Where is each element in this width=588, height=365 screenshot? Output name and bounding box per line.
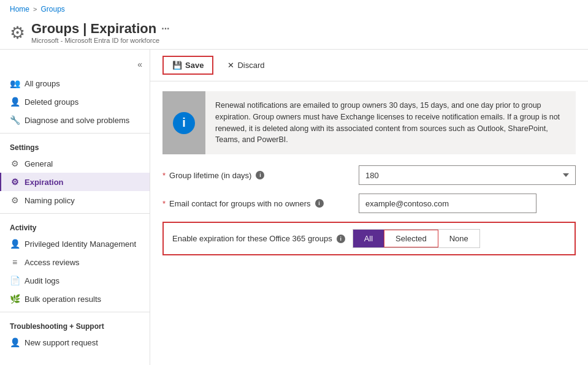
info-banner-text: Renewal notifications are emailed to gro… — [205, 91, 576, 154]
sidebar-item-label: Expiration — [25, 178, 64, 187]
bulk-operations-icon: 🌿 — [10, 294, 20, 304]
breadcrumb-groups[interactable]: Groups — [40, 5, 64, 13]
sidebar-item-label: All groups — [25, 79, 60, 88]
email-row: * Email contact for groups with no owner… — [162, 194, 576, 213]
header-text: Groups | Expiration ··· Microsoft - Micr… — [31, 21, 170, 44]
sidebar-item-diagnose[interactable]: 🔧 Diagnose and solve problems — [0, 111, 150, 129]
page-title: Groups | Expiration ··· — [31, 21, 170, 37]
breadcrumb-home[interactable]: Home — [10, 5, 29, 13]
sidebar-item-audit-logs[interactable]: 📄 Audit logs — [0, 271, 150, 290]
discard-x-icon: ✕ — [227, 61, 234, 70]
expiration-toggle-group: All Selected None — [353, 229, 480, 248]
lifetime-label: * Group lifetime (in days) i — [162, 171, 359, 180]
sidebar-divider-3 — [0, 312, 150, 312]
toolbar: 💾 Save ✕ Discard — [150, 50, 588, 81]
save-disk-icon: 💾 — [172, 61, 182, 70]
naming-policy-icon: ⚙ — [10, 195, 20, 205]
page-subtitle: Microsoft - Microsoft Entra ID for workf… — [31, 37, 170, 44]
toggle-all-button[interactable]: All — [353, 230, 384, 247]
lifetime-info-button[interactable]: i — [256, 171, 264, 179]
email-info-button[interactable]: i — [315, 199, 324, 208]
toggle-selected-button[interactable]: Selected — [384, 230, 438, 247]
sidebar-item-new-support[interactable]: 👤 New support request — [0, 333, 150, 352]
lifetime-dropdown[interactable]: 180 365 Custom — [359, 165, 576, 185]
all-groups-icon: 👥 — [10, 78, 20, 88]
privileged-identity-icon: 👤 — [10, 239, 20, 249]
sidebar-collapse-button[interactable]: « — [135, 57, 145, 72]
new-support-icon: 👤 — [10, 337, 20, 347]
general-icon: ⚙ — [10, 159, 20, 168]
info-icon-column: i — [162, 91, 205, 154]
save-button[interactable]: 💾 Save — [162, 56, 213, 75]
discard-button[interactable]: ✕ Discard — [218, 56, 273, 74]
expiration-label: Enable expiration for these Office 365 g… — [172, 234, 345, 243]
sidebar-item-access-reviews[interactable]: ≡ Access reviews — [0, 253, 150, 271]
sidebar-item-label: Privileged Identity Management — [25, 239, 136, 249]
email-label: * Email contact for groups with no owner… — [162, 199, 359, 208]
sidebar-item-label: Access reviews — [25, 258, 80, 267]
activity-section-label: Activity — [0, 217, 150, 235]
sidebar-item-label: General — [25, 159, 53, 168]
sidebar-item-deleted-groups[interactable]: 👤 Deleted groups — [0, 92, 150, 111]
sidebar: « 👥 All groups 👤 Deleted groups 🔧 Diagno… — [0, 50, 150, 365]
email-required-star: * — [162, 199, 166, 208]
expiration-icon: ⚙ — [10, 177, 20, 187]
discard-label: Discard — [237, 61, 264, 70]
sidebar-item-all-groups[interactable]: 👥 All groups — [0, 74, 150, 92]
save-label: Save — [185, 61, 204, 70]
sidebar-item-expiration[interactable]: ⚙ Expiration — [0, 173, 150, 191]
lifetime-row: * Group lifetime (in days) i 180 365 Cus… — [162, 165, 576, 185]
page-header: ⚙ Groups | Expiration ··· Microsoft - Mi… — [0, 18, 588, 50]
breadcrumb-separator: > — [33, 6, 37, 13]
sidebar-item-label: Naming policy — [25, 196, 75, 205]
sidebar-item-label: Audit logs — [25, 276, 59, 285]
header-gear-icon: ⚙ — [10, 23, 25, 43]
sidebar-item-label: New support request — [25, 338, 98, 347]
diagnose-icon: 🔧 — [10, 115, 20, 125]
more-options-icon[interactable]: ··· — [161, 23, 169, 34]
content-area: 💾 Save ✕ Discard i Renewal notifications… — [150, 50, 588, 365]
sidebar-divider-1 — [0, 133, 150, 134]
sidebar-item-naming-policy[interactable]: ⚙ Naming policy — [0, 191, 150, 209]
info-banner: i Renewal notifications are emailed to g… — [162, 91, 576, 154]
sidebar-item-general[interactable]: ⚙ General — [0, 154, 150, 173]
breadcrumb: Home > Groups — [0, 0, 588, 18]
info-circle-icon: i — [173, 112, 195, 134]
sidebar-item-label: Bulk operation results — [25, 295, 101, 304]
sidebar-item-label: Deleted groups — [25, 97, 78, 107]
settings-section-label: Settings — [0, 137, 150, 154]
troubleshooting-section-label: Troubleshooting + Support — [0, 316, 150, 333]
sidebar-item-bulk-operations[interactable]: 🌿 Bulk operation results — [0, 290, 150, 308]
audit-logs-icon: 📄 — [10, 276, 20, 285]
sidebar-item-privileged-identity[interactable]: 👤 Privileged Identity Management — [0, 235, 150, 253]
expiration-info-button[interactable]: i — [337, 235, 345, 243]
content-body: i Renewal notifications are emailed to g… — [150, 81, 588, 265]
toggle-none-button[interactable]: None — [438, 230, 479, 247]
sidebar-divider-2 — [0, 213, 150, 214]
access-reviews-icon: ≡ — [10, 257, 20, 267]
email-input[interactable] — [359, 194, 536, 213]
expiration-row: Enable expiration for these Office 365 g… — [162, 222, 576, 255]
lifetime-required-star: * — [162, 171, 166, 180]
sidebar-item-label: Diagnose and solve problems — [25, 116, 129, 125]
sidebar-collapse: « — [0, 55, 150, 74]
deleted-groups-icon: 👤 — [10, 97, 20, 107]
